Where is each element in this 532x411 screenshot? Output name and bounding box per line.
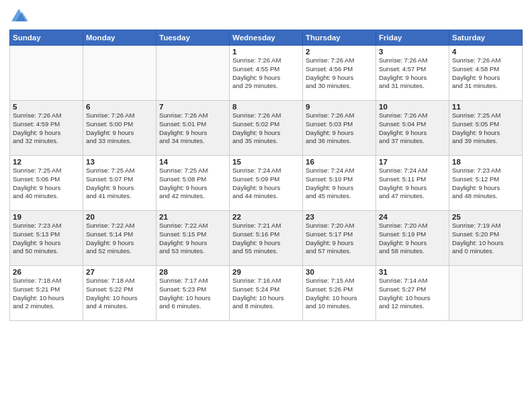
day-info: Sunrise: 7:26 AM Sunset: 4:56 PM Dayligh…	[306, 56, 373, 91]
calendar-cell: 17Sunrise: 7:24 AM Sunset: 5:11 PM Dayli…	[376, 156, 449, 211]
logo-icon	[9, 7, 28, 26]
calendar-cell	[83, 46, 157, 101]
calendar-cell: 24Sunrise: 7:20 AM Sunset: 5:19 PM Dayli…	[376, 211, 449, 266]
day-number: 26	[13, 268, 80, 276]
page: SundayMondayTuesdayWednesdayThursdayFrid…	[0, 0, 532, 411]
calendar-cell: 4Sunrise: 7:26 AM Sunset: 4:58 PM Daylig…	[449, 46, 523, 101]
day-number: 30	[306, 268, 373, 276]
calendar-cell: 23Sunrise: 7:20 AM Sunset: 5:17 PM Dayli…	[303, 211, 376, 266]
calendar-cell: 6Sunrise: 7:26 AM Sunset: 5:00 PM Daylig…	[83, 101, 157, 156]
day-info: Sunrise: 7:26 AM Sunset: 5:00 PM Dayligh…	[86, 111, 153, 146]
calendar-cell: 14Sunrise: 7:25 AM Sunset: 5:08 PM Dayli…	[157, 156, 230, 211]
day-info: Sunrise: 7:26 AM Sunset: 4:55 PM Dayligh…	[232, 56, 300, 91]
day-info: Sunrise: 7:26 AM Sunset: 5:04 PM Dayligh…	[379, 111, 446, 146]
calendar-cell: 21Sunrise: 7:22 AM Sunset: 5:15 PM Dayli…	[157, 211, 230, 266]
day-info: Sunrise: 7:26 AM Sunset: 4:57 PM Dayligh…	[379, 56, 446, 91]
calendar-cell: 31Sunrise: 7:14 AM Sunset: 5:27 PM Dayli…	[376, 266, 449, 321]
calendar-cell: 3Sunrise: 7:26 AM Sunset: 4:57 PM Daylig…	[376, 46, 449, 101]
day-info: Sunrise: 7:25 AM Sunset: 5:05 PM Dayligh…	[452, 111, 519, 146]
calendar-cell: 30Sunrise: 7:15 AM Sunset: 5:26 PM Dayli…	[303, 266, 376, 321]
day-info: Sunrise: 7:23 AM Sunset: 5:12 PM Dayligh…	[452, 167, 519, 201]
day-info: Sunrise: 7:19 AM Sunset: 5:20 PM Dayligh…	[452, 222, 519, 256]
weekday-header-row: SundayMondayTuesdayWednesdayThursdayFrid…	[10, 30, 523, 46]
day-info: Sunrise: 7:26 AM Sunset: 5:01 PM Dayligh…	[159, 111, 226, 146]
calendar-cell: 27Sunrise: 7:18 AM Sunset: 5:22 PM Dayli…	[83, 266, 157, 321]
week-row-1: 1Sunrise: 7:26 AM Sunset: 4:55 PM Daylig…	[10, 46, 523, 101]
day-number: 11	[452, 103, 519, 111]
weekday-header-monday: Monday	[83, 30, 157, 46]
calendar-cell	[10, 46, 83, 101]
day-info: Sunrise: 7:18 AM Sunset: 5:21 PM Dayligh…	[13, 277, 80, 311]
week-row-5: 26Sunrise: 7:18 AM Sunset: 5:21 PM Dayli…	[10, 266, 523, 321]
day-number: 23	[306, 213, 373, 221]
day-number: 25	[452, 213, 519, 221]
weekday-header-thursday: Thursday	[303, 30, 376, 46]
day-info: Sunrise: 7:22 AM Sunset: 5:15 PM Dayligh…	[159, 222, 226, 256]
day-info: Sunrise: 7:18 AM Sunset: 5:22 PM Dayligh…	[86, 277, 153, 311]
day-info: Sunrise: 7:17 AM Sunset: 5:23 PM Dayligh…	[159, 277, 226, 311]
day-number: 14	[159, 158, 226, 166]
day-number: 2	[306, 48, 373, 56]
day-info: Sunrise: 7:23 AM Sunset: 5:13 PM Dayligh…	[13, 222, 80, 256]
calendar-cell: 11Sunrise: 7:25 AM Sunset: 5:05 PM Dayli…	[449, 101, 523, 156]
header	[9, 7, 523, 26]
day-number: 3	[379, 48, 446, 56]
day-info: Sunrise: 7:16 AM Sunset: 5:24 PM Dayligh…	[232, 277, 300, 311]
day-number: 19	[13, 213, 80, 221]
calendar-cell	[449, 266, 523, 321]
day-number: 7	[159, 103, 226, 111]
day-number: 12	[13, 158, 80, 166]
day-number: 27	[86, 268, 153, 276]
calendar-cell: 29Sunrise: 7:16 AM Sunset: 5:24 PM Dayli…	[230, 266, 303, 321]
day-info: Sunrise: 7:25 AM Sunset: 5:06 PM Dayligh…	[13, 167, 80, 201]
week-row-4: 19Sunrise: 7:23 AM Sunset: 5:13 PM Dayli…	[10, 211, 523, 266]
day-info: Sunrise: 7:26 AM Sunset: 5:02 PM Dayligh…	[232, 111, 300, 146]
calendar-cell: 2Sunrise: 7:26 AM Sunset: 4:56 PM Daylig…	[303, 46, 376, 101]
day-info: Sunrise: 7:22 AM Sunset: 5:14 PM Dayligh…	[86, 222, 153, 256]
day-number: 13	[86, 158, 153, 166]
day-number: 24	[379, 213, 446, 221]
calendar-cell: 13Sunrise: 7:25 AM Sunset: 5:07 PM Dayli…	[83, 156, 157, 211]
calendar-cell: 5Sunrise: 7:26 AM Sunset: 4:59 PM Daylig…	[10, 101, 83, 156]
calendar-cell: 12Sunrise: 7:25 AM Sunset: 5:06 PM Dayli…	[10, 156, 83, 211]
day-number: 15	[232, 158, 300, 166]
day-info: Sunrise: 7:15 AM Sunset: 5:26 PM Dayligh…	[306, 277, 373, 311]
calendar-cell: 16Sunrise: 7:24 AM Sunset: 5:10 PM Dayli…	[303, 156, 376, 211]
calendar-cell: 28Sunrise: 7:17 AM Sunset: 5:23 PM Dayli…	[157, 266, 230, 321]
weekday-header-tuesday: Tuesday	[157, 30, 230, 46]
calendar-cell: 25Sunrise: 7:19 AM Sunset: 5:20 PM Dayli…	[449, 211, 523, 266]
day-number: 21	[159, 213, 226, 221]
weekday-header-sunday: Sunday	[10, 30, 83, 46]
day-info: Sunrise: 7:26 AM Sunset: 5:03 PM Dayligh…	[306, 111, 373, 146]
calendar-cell: 7Sunrise: 7:26 AM Sunset: 5:01 PM Daylig…	[157, 101, 230, 156]
calendar-cell: 20Sunrise: 7:22 AM Sunset: 5:14 PM Dayli…	[83, 211, 157, 266]
calendar-cell	[157, 46, 230, 101]
day-number: 10	[379, 103, 446, 111]
weekday-header-saturday: Saturday	[449, 30, 523, 46]
day-number: 1	[232, 48, 300, 56]
day-number: 18	[452, 158, 519, 166]
day-info: Sunrise: 7:20 AM Sunset: 5:17 PM Dayligh…	[306, 222, 373, 256]
calendar-cell: 10Sunrise: 7:26 AM Sunset: 5:04 PM Dayli…	[376, 101, 449, 156]
calendar-cell: 22Sunrise: 7:21 AM Sunset: 5:16 PM Dayli…	[230, 211, 303, 266]
day-number: 17	[379, 158, 446, 166]
calendar-cell: 8Sunrise: 7:26 AM Sunset: 5:02 PM Daylig…	[230, 101, 303, 156]
day-info: Sunrise: 7:21 AM Sunset: 5:16 PM Dayligh…	[232, 222, 300, 256]
day-info: Sunrise: 7:25 AM Sunset: 5:08 PM Dayligh…	[159, 167, 226, 201]
weekday-header-friday: Friday	[376, 30, 449, 46]
week-row-3: 12Sunrise: 7:25 AM Sunset: 5:06 PM Dayli…	[10, 156, 523, 211]
day-number: 16	[306, 158, 373, 166]
day-number: 8	[232, 103, 300, 111]
calendar: SundayMondayTuesdayWednesdayThursdayFrid…	[9, 30, 523, 321]
day-info: Sunrise: 7:24 AM Sunset: 5:11 PM Dayligh…	[379, 167, 446, 201]
day-number: 6	[86, 103, 153, 111]
calendar-cell: 19Sunrise: 7:23 AM Sunset: 5:13 PM Dayli…	[10, 211, 83, 266]
day-info: Sunrise: 7:20 AM Sunset: 5:19 PM Dayligh…	[379, 222, 446, 256]
day-number: 20	[86, 213, 153, 221]
day-number: 9	[306, 103, 373, 111]
day-info: Sunrise: 7:14 AM Sunset: 5:27 PM Dayligh…	[379, 277, 446, 311]
day-info: Sunrise: 7:26 AM Sunset: 4:58 PM Dayligh…	[452, 56, 519, 91]
day-info: Sunrise: 7:24 AM Sunset: 5:09 PM Dayligh…	[232, 167, 300, 201]
day-number: 5	[13, 103, 80, 111]
calendar-cell: 1Sunrise: 7:26 AM Sunset: 4:55 PM Daylig…	[230, 46, 303, 101]
